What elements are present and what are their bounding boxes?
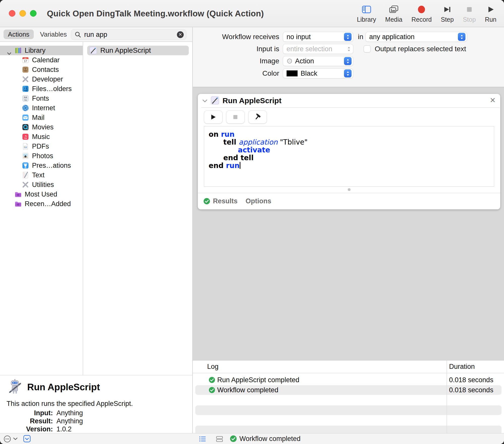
step-toolbar-button[interactable]: Step [436, 4, 458, 23]
sidebar-item-contacts[interactable]: Contacts [0, 65, 83, 74]
log-empty-row[interactable] [193, 415, 504, 425]
folder-icon [14, 190, 22, 198]
search-field[interactable]: ✕ [71, 29, 186, 40]
action-item-run-applescript[interactable]: Run AppleScript [87, 46, 189, 55]
sidebar-item-label: Photos [32, 152, 53, 160]
sidebar-item-utilities[interactable]: Utilities [0, 180, 83, 189]
library-toolbar-button[interactable]: Library [352, 4, 381, 23]
devx-icon [22, 75, 29, 83]
sidebar-item-label: Mail [32, 114, 45, 122]
applescript-icon [210, 96, 219, 105]
text-cursor [240, 162, 240, 169]
color-dropdown[interactable]: Black [283, 68, 353, 78]
log-entry-row[interactable]: Workflow completed0.018 seconds [193, 385, 504, 395]
actions-list: Run AppleScript [84, 42, 192, 375]
sidebar-item-label: PDFs [32, 143, 49, 150]
application-dropdown[interactable]: any application [365, 32, 467, 42]
output-replaces-label: Output replaces selected text [375, 45, 466, 53]
tab-variables[interactable]: Variables [38, 30, 69, 39]
stepper-icon [344, 33, 352, 41]
log-column-header: Log [207, 360, 218, 373]
log-rows-view-icon[interactable] [216, 435, 223, 443]
resize-handle[interactable] [348, 188, 351, 191]
log-header: Log Duration [193, 360, 504, 373]
sidebar-item-pres-ations[interactable]: Pres…ations [0, 161, 83, 170]
run-toolbar-button[interactable]: Run [480, 4, 501, 23]
sidebar-item-mail[interactable]: Mail [0, 113, 83, 122]
sidebar-item-music[interactable]: ♫Music [0, 132, 83, 142]
workflow-receives-label: Workflow receives [193, 33, 279, 41]
sidebar-item-movies[interactable]: Movies [0, 122, 83, 132]
log-column-divider[interactable] [447, 360, 447, 433]
field-value: Anything [56, 417, 83, 425]
svg-text:AA: AA [24, 96, 27, 99]
sidebar-item-text[interactable]: Text [0, 170, 83, 180]
status-chevron-icon[interactable] [13, 437, 18, 441]
books-icon [14, 47, 22, 54]
sidebar-item-label: Recen…Added [25, 200, 71, 208]
close-action-icon[interactable]: ✕ [490, 96, 496, 105]
log-list-view-icon[interactable] [199, 435, 206, 443]
input-is-dropdown: entire selection [283, 44, 353, 54]
log-entry-text: Workflow completed [217, 385, 278, 395]
options-toggle[interactable]: Options [246, 197, 271, 205]
sidebar-item-internet[interactable]: Internet [0, 103, 83, 113]
search-icon [75, 31, 81, 38]
script-run-button[interactable] [204, 110, 223, 124]
sidebar-item-label: Most Used [25, 190, 57, 198]
status-checkbox-icon[interactable] [23, 435, 31, 442]
zoom-window-button[interactable] [30, 10, 37, 17]
sidebar-item-developer[interactable]: Developer [0, 74, 83, 84]
application-value: any application [369, 33, 458, 41]
description-field-result: Result:Anything [0, 417, 192, 425]
log-empty-row[interactable] [193, 405, 504, 415]
close-window-button[interactable] [9, 10, 15, 17]
tab-actions[interactable]: Actions [4, 30, 34, 39]
sidebar-item-photos[interactable]: Photos [0, 151, 83, 161]
sidebar-item-library[interactable]: Library [0, 46, 83, 55]
log-empty-row[interactable] [193, 395, 504, 405]
sidebar-item-fonts[interactable]: AAAaFonts [0, 94, 83, 103]
sidebar-item-calendar[interactable]: JUL17Calendar [0, 55, 83, 65]
workflow-receives-dropdown[interactable]: no input [283, 32, 353, 42]
disclosure-chevron-icon[interactable] [202, 99, 207, 103]
log-success-icon [209, 387, 215, 393]
log-empty-row[interactable] [193, 425, 504, 433]
script-stop-button[interactable] [226, 110, 245, 124]
log-entry-row[interactable]: Run AppleScript completed0.018 seconds [193, 375, 504, 385]
row-stripe [195, 426, 501, 433]
status-message: Workflow completed [239, 433, 301, 444]
sidebar-item-pdfs[interactable]: PDFs [0, 142, 83, 151]
color-swatch [287, 70, 298, 76]
color-label: Color [193, 69, 279, 77]
media-toolbar-button[interactable]: Media [381, 4, 407, 23]
search-input[interactable] [84, 31, 177, 39]
status-success-icon [230, 435, 237, 442]
minimize-window-button[interactable] [19, 10, 26, 17]
field-label: Version: [0, 425, 53, 433]
fonts-icon: AAAa [22, 95, 29, 102]
tb-sidebar-icon [362, 4, 371, 15]
output-replaces-checkbox[interactable] [364, 45, 371, 52]
toolbar-label: Step [441, 16, 454, 23]
status-ellipsis-icon[interactable] [4, 435, 11, 443]
workflow-canvas: Run AppleScript ✕ on runtell application… [193, 87, 504, 360]
script-compile-button[interactable] [248, 110, 267, 124]
title-bar: Quick Open DingTalk Meeting.workflow (Qu… [0, 0, 504, 27]
results-toggle[interactable]: Results [213, 197, 238, 205]
stop-toolbar-button[interactable]: Stop [458, 4, 480, 23]
run-applescript-action-card: Run AppleScript ✕ on runtell application… [198, 94, 500, 209]
sidebar-item-files-olders[interactable]: Files…olders [0, 84, 83, 94]
sidebar-item-label: Text [32, 171, 45, 179]
clear-search-icon[interactable]: ✕ [177, 31, 184, 38]
action-card-footer: Results Options [198, 193, 500, 209]
applescript-code-editor[interactable]: on runtell application "Tblive"activatee… [204, 126, 494, 187]
description-text: This action runs the specified AppleScri… [7, 400, 133, 408]
header-divider [201, 107, 500, 108]
sidebar-item-recen-added[interactable]: Recen…Added [0, 199, 83, 209]
record-toolbar-button[interactable]: Record [407, 4, 436, 23]
image-dropdown[interactable]: Action [283, 56, 353, 66]
toolbar: LibraryMediaRecordStepStopRun [352, 0, 501, 27]
sidebar-item-most-used[interactable]: Most Used [0, 189, 83, 199]
library-sidebar: LibraryJUL17CalendarContactsDeveloperFil… [0, 42, 83, 375]
